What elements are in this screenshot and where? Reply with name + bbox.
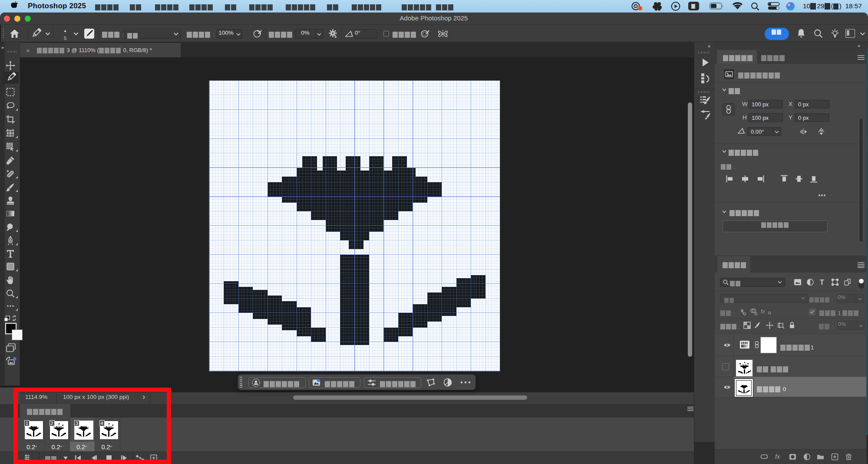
svg-text:fx: fx: [775, 453, 780, 460]
